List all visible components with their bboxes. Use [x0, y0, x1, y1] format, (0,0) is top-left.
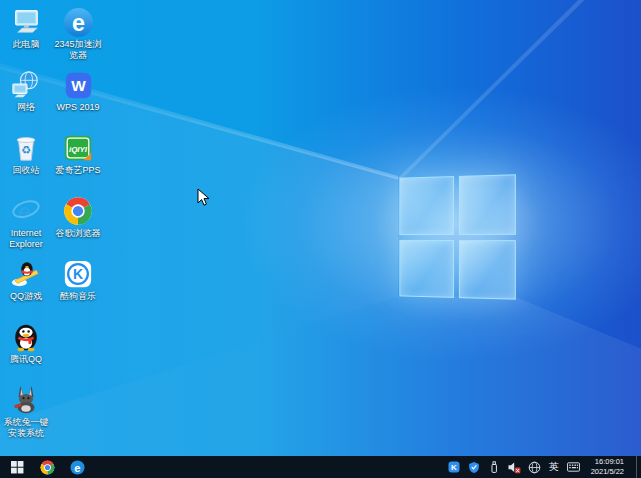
desktop-icon-tencent-qq[interactable]: 腾讯QQ: [0, 318, 52, 381]
svg-text:e: e: [74, 461, 80, 473]
2345-browser-icon: e: [70, 460, 85, 475]
network-globe-tray-button[interactable]: [528, 461, 541, 474]
wps-2019-icon: W: [62, 69, 94, 101]
2345-browser-taskbar-button[interactable]: e: [69, 459, 86, 476]
desktop-icon-wps-2019[interactable]: W WPS 2019: [52, 66, 104, 129]
icon-label: Internet Explorer: [0, 228, 52, 249]
icon-label: 系统兔一键安装系统: [0, 417, 52, 438]
windows-desktop-screen: 此电脑 网络: [0, 0, 641, 478]
volume-muted-icon: [508, 461, 521, 474]
system-tray: K: [448, 456, 641, 478]
desktop-icon-this-pc[interactable]: 此电脑: [0, 3, 52, 66]
volume-muted-tray-button[interactable]: [508, 461, 521, 474]
taskbar-clock[interactable]: 16:09:01 2021/5/22: [587, 457, 629, 477]
ime-language-indicator[interactable]: 英: [548, 460, 560, 474]
windows-start-icon: [11, 461, 24, 474]
clock-time: 16:09:01: [591, 457, 624, 467]
taskbar: e K: [0, 456, 641, 478]
internet-explorer-icon: e: [10, 195, 42, 227]
icon-label: 腾讯QQ: [10, 354, 42, 365]
network-icon: [10, 69, 42, 101]
kugou-tray-button[interactable]: K: [448, 461, 461, 474]
desktop-icon-column-2: e 2345加速浏览器 W WPS 2019: [52, 3, 104, 318]
windows-logo: [399, 174, 516, 300]
qq-games-icon: [10, 258, 42, 290]
desktop-icon-chrome[interactable]: 谷歌浏览器: [52, 192, 104, 255]
icon-label: 回收站: [13, 165, 40, 176]
security-shield-tray-button[interactable]: [468, 461, 481, 474]
chrome-taskbar-button[interactable]: [39, 459, 56, 476]
kugou-glyph: K: [73, 266, 84, 282]
show-desktop-button[interactable]: [636, 456, 641, 478]
desktop-icon-kugou-music[interactable]: K 酷狗音乐: [52, 255, 104, 318]
icon-label: 此电脑: [13, 39, 40, 50]
icon-label: 网络: [17, 102, 35, 113]
desktop-icon-network[interactable]: 网络: [0, 66, 52, 129]
icon-label: 谷歌浏览器: [56, 228, 101, 239]
desktop-icon-qq-games[interactable]: QQ游戏: [0, 255, 52, 318]
wps-glyph: W: [71, 77, 86, 94]
tencent-qq-icon: [10, 321, 42, 353]
mouse-cursor: [197, 188, 210, 207]
shield-icon: [468, 461, 480, 474]
icon-label: 爱奇艺PPS: [55, 165, 100, 176]
taskbar-left: e: [0, 459, 86, 476]
desktop-icon-internet-explorer[interactable]: e Internet Explorer: [0, 192, 52, 255]
usb-device-tray-button[interactable]: [488, 461, 501, 474]
svg-text:K: K: [451, 463, 457, 472]
kugou-music-icon: K: [62, 258, 94, 290]
2345-glyph: e: [72, 10, 85, 36]
start-button[interactable]: [9, 459, 26, 476]
clock-date: 2021/5/22: [591, 467, 624, 477]
iqiyi-pps-icon: iQIYI: [62, 132, 94, 164]
windows-logo-pane: [399, 239, 453, 297]
usb-icon: [488, 461, 500, 474]
globe-icon: [528, 461, 541, 474]
2345-browser-icon: e: [62, 6, 94, 38]
desktop-icon-recycle-bin[interactable]: ♻ 回收站: [0, 129, 52, 192]
recycle-bin-icon: ♻: [10, 132, 42, 164]
desktop-wallpaper[interactable]: 此电脑 网络: [0, 0, 641, 456]
system-rabbit-icon: [10, 384, 42, 416]
chrome-icon: [40, 460, 55, 475]
desktop-icon-iqiyi-pps[interactable]: iQIYI 爱奇艺PPS: [52, 129, 104, 192]
icon-label: 2345加速浏览器: [52, 39, 104, 60]
desktop-icon-column-1: 此电脑 网络: [0, 3, 52, 444]
desktop-icon-2345-browser[interactable]: e 2345加速浏览器: [52, 3, 104, 66]
icon-label: WPS 2019: [56, 102, 99, 113]
windows-logo-pane: [458, 240, 515, 300]
touch-keyboard-icon: [567, 461, 580, 473]
touch-keyboard-button[interactable]: [567, 461, 580, 474]
windows-logo-pane: [458, 174, 515, 234]
chrome-icon: [62, 195, 94, 227]
windows-logo-pane: [399, 176, 453, 234]
icon-label: 酷狗音乐: [60, 291, 96, 302]
desktop-icon-system-rabbit[interactable]: 系统兔一键安装系统: [0, 381, 52, 444]
this-pc-icon: [10, 6, 42, 38]
iqiyi-glyph: iQIYI: [69, 145, 88, 154]
icon-label: QQ游戏: [10, 291, 42, 302]
svg-text:♻: ♻: [21, 144, 31, 156]
kugou-tray-icon: K: [448, 461, 460, 473]
